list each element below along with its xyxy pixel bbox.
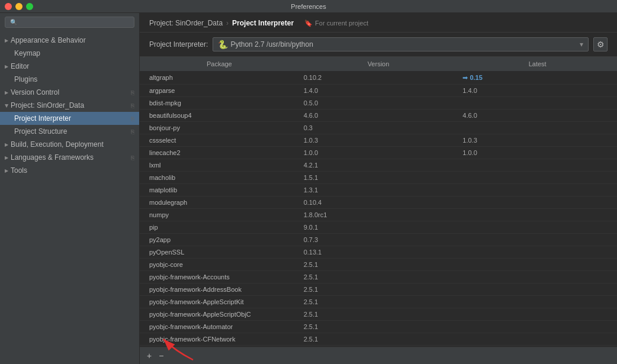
sidebar-item-project-interpreter[interactable]: Project Interpreter ⎘ (0, 112, 139, 125)
package-name: pyobjc-framework-AppleScriptObjC (140, 310, 299, 319)
sidebar-item-label: Version Control (11, 88, 59, 96)
table-row[interactable]: pyOpenSSL0.13.1 (140, 246, 617, 259)
breadcrumb-arrow: › (226, 19, 229, 27)
package-latest (458, 272, 617, 282)
maximize-button[interactable] (26, 3, 33, 10)
sidebar-item-keymap[interactable]: Keymap (0, 47, 139, 60)
table-row[interactable]: macholib1.5.1 (140, 172, 617, 184)
table-row[interactable]: cssselect1.0.31.0.3 (140, 134, 617, 147)
expand-icon: ▶ (5, 142, 8, 147)
table-row[interactable]: pyobjc-framework-CFNetwork2.5.1 (140, 333, 617, 346)
package-name: bdist-mpkg (140, 98, 299, 108)
sidebar-item-languages[interactable]: ▶ Languages & Frameworks ⎘ (0, 151, 139, 164)
interpreter-select-dropdown[interactable]: 🐍 Python 2.7 /usr/bin/python ▾ (213, 37, 589, 51)
col-header-version: Version (299, 59, 458, 69)
package-name: pyobjc-framework-AddressBook (140, 285, 299, 294)
sidebar-item-project-structure[interactable]: Project Structure ⎘ (0, 125, 139, 138)
package-name: pyobjc-framework-CFNetwork (140, 334, 299, 344)
package-latest (458, 98, 617, 108)
table-row[interactable]: numpy1.8.0rc1 (140, 209, 617, 221)
table-row[interactable]: modulegraph0.10.4 (140, 197, 617, 209)
languages-icon: ⎘ (131, 154, 134, 161)
package-latest (458, 210, 617, 220)
table-row[interactable]: altgraph0.10.2➡ 0.15 (140, 72, 617, 85)
expand-icon: ▶ (5, 90, 8, 95)
package-name: py2app (140, 235, 299, 244)
sidebar-item-appearance[interactable]: ▶ Appearance & Behavior (0, 34, 139, 47)
table-footer: + − (140, 347, 617, 364)
sidebar-item-plugins[interactable]: Plugins (0, 73, 139, 86)
package-latest (458, 285, 617, 294)
package-latest: 1.4.0 (458, 86, 617, 95)
package-version: 2.5.1 (299, 260, 458, 269)
sidebar-item-tools[interactable]: ▶ Tools (0, 164, 139, 177)
package-name: pyobjc-framework-AppleScriptKit (140, 297, 299, 307)
sidebar-item-build[interactable]: ▶ Build, Execution, Deployment (0, 138, 139, 151)
package-name: pip (140, 223, 299, 232)
table-row[interactable]: pyobjc-framework-Accounts2.5.1 (140, 271, 617, 284)
package-name: cssselect (140, 136, 299, 145)
table-row[interactable]: bdist-mpkg0.5.0 (140, 97, 617, 109)
sidebar-item-project[interactable]: ▶ Project: SinOrder_Data ⎘ (0, 99, 139, 112)
package-version: 0.10.4 (299, 198, 458, 207)
package-name: modulegraph (140, 198, 299, 207)
package-latest (458, 247, 617, 257)
remove-package-button[interactable]: − (156, 350, 166, 362)
table-row[interactable]: pyobjc-framework-AppleScriptObjC2.5.1 (140, 308, 617, 321)
window-title: Preferences (291, 3, 326, 10)
package-version: 2.5.1 (299, 272, 458, 282)
package-name: altgraph (140, 73, 299, 83)
sidebar-item-label: Project Interpreter (14, 114, 71, 123)
bookmark-icon: 🔖 (304, 20, 313, 27)
sidebar-item-label: Tools (11, 166, 27, 175)
table-row[interactable]: pyobjc-framework-AddressBook2.5.1 (140, 284, 617, 296)
package-latest (458, 185, 617, 195)
table-row[interactable]: bonjour-py0.3 (140, 122, 617, 134)
table-row[interactable]: pyobjc-framework-AppleScriptKit2.5.1 (140, 296, 617, 308)
package-version: 4.2.1 (299, 160, 458, 170)
package-latest: ➡ 0.15 (458, 73, 617, 83)
gear-button[interactable]: ⚙ (593, 37, 608, 51)
sidebar-item-editor[interactable]: ▶ Editor (0, 60, 139, 73)
sidebar-item-label: Build, Execution, Deployment (11, 140, 104, 149)
chevron-down-icon: ▾ (580, 40, 583, 49)
add-package-button[interactable]: + (144, 350, 154, 362)
package-version: 0.10.2 (299, 73, 458, 83)
package-latest (458, 297, 617, 307)
search-bar[interactable]: 🔍 (5, 17, 134, 28)
package-version: 1.3.1 (299, 185, 458, 195)
main-layout: 🔍 ▶ Appearance & Behavior Keymap ▶ Edito… (0, 13, 617, 364)
package-version: 1.8.0rc1 (299, 210, 458, 220)
package-version: 1.0.0 (299, 148, 458, 157)
sidebar-item-label: Plugins (14, 75, 37, 83)
minimize-button[interactable] (15, 3, 23, 10)
table-row[interactable]: pyobjc-core2.5.1 (140, 259, 617, 271)
table-row[interactable]: pip9.0.1 (140, 221, 617, 234)
table-row[interactable]: lxml4.2.1 (140, 159, 617, 172)
python-icon: 🐍 (218, 40, 228, 49)
package-name: pyobjc-framework-Accounts (140, 272, 299, 282)
interpreter-row: Project Interpreter: 🐍 Python 2.7 /usr/b… (140, 33, 617, 57)
interpreter-copy-icon: ⎘ (131, 115, 134, 122)
table-row[interactable]: py2app0.7.3 (140, 234, 617, 246)
package-version: 0.3 (299, 123, 458, 133)
package-version: 2.5.1 (299, 297, 458, 307)
expand-icon: ▶ (4, 104, 9, 107)
table-row[interactable]: linecache21.0.01.0.0 (140, 147, 617, 159)
package-version: 2.5.1 (299, 310, 458, 319)
table-row[interactable]: pyobjc-framework-Automator2.5.1 (140, 321, 617, 333)
table-row[interactable]: argparse1.4.01.4.0 (140, 85, 617, 97)
sidebar: 🔍 ▶ Appearance & Behavior Keymap ▶ Edito… (0, 13, 140, 364)
table-row[interactable]: beautifulsoup44.6.04.6.0 (140, 109, 617, 122)
package-version: 2.5.1 (299, 334, 458, 344)
close-button[interactable] (5, 3, 12, 10)
sidebar-item-label: Appearance & Behavior (11, 36, 86, 44)
table-row[interactable]: matplotlib1.3.1 (140, 184, 617, 197)
package-name: lxml (140, 160, 299, 170)
col-header-latest: Latest (458, 59, 617, 69)
package-name: pyobjc-framework-Automator (140, 322, 299, 331)
sidebar-item-label: Languages & Frameworks (11, 153, 94, 162)
sidebar-item-version-control[interactable]: ▶ Version Control ⎘ (0, 86, 139, 99)
expand-icon: ▶ (5, 168, 8, 173)
title-bar: Preferences (0, 0, 617, 13)
